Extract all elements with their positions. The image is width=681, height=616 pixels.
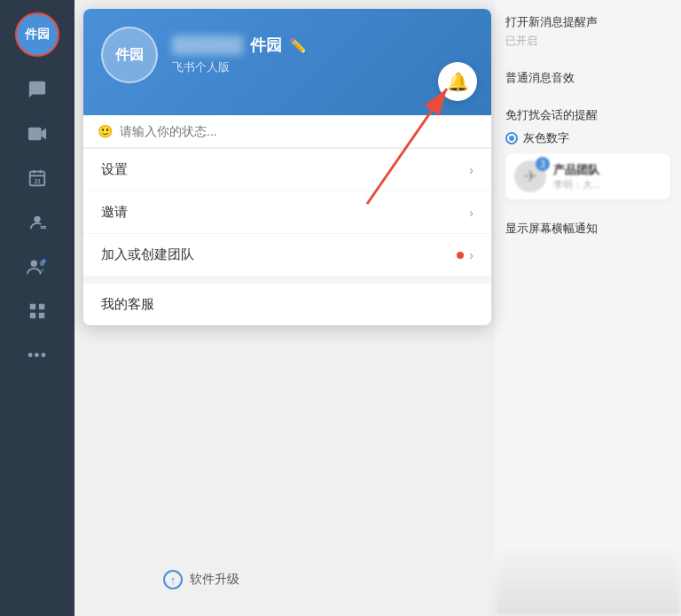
divider2 xyxy=(83,277,491,284)
gray-number-label: 灰色数字 xyxy=(523,130,569,146)
bell-icon: 🔔 xyxy=(447,71,469,92)
sidebar-item-more[interactable]: ••• xyxy=(0,333,74,378)
more-icon: ••• xyxy=(26,344,49,367)
profile-name-blurred xyxy=(172,35,243,55)
sound-setting: 普通消息音效 xyxy=(505,70,670,86)
sidebar-item-users[interactable] xyxy=(0,245,74,289)
red-dot-indicator xyxy=(457,252,464,259)
svg-rect-17 xyxy=(39,313,44,318)
status-row[interactable]: 🙂 xyxy=(83,115,491,148)
banner-setting: 显示屏幕横幅通知 xyxy=(505,221,670,237)
upgrade-row[interactable]: ↑ 软件升级 xyxy=(163,570,239,589)
grid-icon xyxy=(26,300,49,323)
menu-item-invite[interactable]: 邀请 › xyxy=(83,191,491,234)
chevron-right-icon: › xyxy=(469,163,474,177)
settings-label: 设置 xyxy=(101,161,128,178)
main-area: 件园 件园 ✏️ 飞书个人版 🔔 🙂 xyxy=(74,0,681,616)
notification-label: 打开新消息提醒声 xyxy=(505,14,670,30)
svg-rect-16 xyxy=(30,313,35,318)
calendar-icon: 23 xyxy=(26,167,49,190)
dnd-label: 免打扰会话的提醒 xyxy=(505,107,670,123)
right-panel: 打开新消息提醒声 已开启 普通消息音效 免打扰会话的提醒 灰色数字 ✈ 3 产品… xyxy=(495,0,681,616)
contacts-icon xyxy=(26,211,49,234)
svg-rect-14 xyxy=(30,304,35,309)
video-icon xyxy=(26,122,49,145)
sidebar-item-calendar[interactable]: 23 xyxy=(0,156,74,200)
chat-icon xyxy=(26,78,49,101)
chevron-right-icon: › xyxy=(469,248,474,262)
profile-row: 件园 件园 ✏️ 飞书个人版 xyxy=(101,27,474,83)
invite-label: 邀请 xyxy=(101,204,128,221)
edit-icon[interactable]: ✏️ xyxy=(289,37,307,54)
my-service-label: 我的客服 xyxy=(101,296,154,311)
profile-name-row: 件园 ✏️ xyxy=(172,35,307,56)
blurred-bottom xyxy=(495,545,681,616)
sound-label: 普通消息音效 xyxy=(505,70,670,86)
notification-setting: 打开新消息提醒声 已开启 xyxy=(505,14,670,49)
team-badge: 3 xyxy=(536,157,550,171)
profile-info: 件园 ✏️ 飞书个人版 xyxy=(172,35,307,75)
radio-inner xyxy=(509,136,514,141)
sidebar-item-video[interactable] xyxy=(0,112,74,156)
svg-rect-15 xyxy=(39,304,44,309)
sidebar-avatar[interactable]: 件园 xyxy=(15,12,59,57)
menu-item-settings[interactable]: 设置 › xyxy=(83,149,491,191)
dnd-setting: 免打扰会话的提醒 灰色数字 ✈ 3 产品团队 李明：大... xyxy=(505,107,670,199)
sidebar-avatar-area[interactable]: 件园 xyxy=(0,0,74,67)
notification-status: 已开启 xyxy=(505,34,670,49)
team-name: 产品团队 xyxy=(553,162,661,178)
my-service-row[interactable]: 我的客服 xyxy=(83,284,491,325)
sidebar-item-contacts[interactable] xyxy=(0,200,74,245)
bell-button[interactable]: 🔔 xyxy=(438,62,477,101)
svg-point-10 xyxy=(31,261,37,267)
upgrade-text: 软件升级 xyxy=(190,572,239,588)
banner-label: 显示屏幕横幅通知 xyxy=(505,221,670,237)
svg-rect-0 xyxy=(28,128,42,141)
team-avatar: ✈ 3 xyxy=(514,160,546,192)
upgrade-icon: ↑ xyxy=(163,570,183,589)
gray-number-option[interactable]: 灰色数字 xyxy=(505,130,670,146)
sidebar-item-chat[interactable] xyxy=(0,67,74,112)
status-mood-icon: 🙂 xyxy=(98,124,113,138)
svg-point-6 xyxy=(34,216,40,222)
team-info: 产品团队 李明：大... xyxy=(553,162,661,191)
profile-avatar[interactable]: 件园 xyxy=(101,27,158,83)
svg-text:23: 23 xyxy=(34,178,41,184)
profile-name-text: 件园 xyxy=(250,35,282,56)
users-icon xyxy=(26,255,49,278)
profile-dropdown: 件园 件园 ✏️ 飞书个人版 🔔 🙂 xyxy=(83,9,491,325)
team-member: 李明：大... xyxy=(553,178,661,191)
product-team-card: ✈ 3 产品团队 李明：大... xyxy=(505,153,670,199)
dropdown-header: 件园 件园 ✏️ 飞书个人版 🔔 xyxy=(83,9,491,115)
status-input[interactable] xyxy=(120,124,477,138)
menu-item-join-team[interactable]: 加入或创建团队 › xyxy=(83,234,491,277)
sidebar: 件园 23 xyxy=(0,0,74,616)
sidebar-item-apps[interactable] xyxy=(0,289,74,333)
join-team-label: 加入或创建团队 xyxy=(101,246,194,263)
radio-button xyxy=(505,132,518,144)
profile-subtitle: 飞书个人版 xyxy=(172,59,307,75)
chevron-right-icon: › xyxy=(469,206,474,220)
